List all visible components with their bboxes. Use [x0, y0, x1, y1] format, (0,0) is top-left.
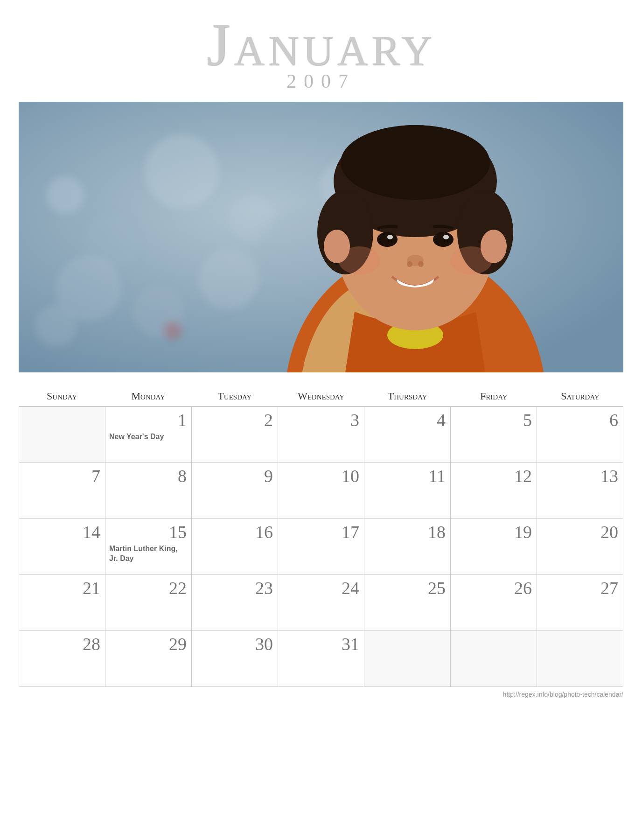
calendar-cell-jan28: 28 [19, 631, 105, 687]
calendar-cell-jan11: 11 [364, 463, 451, 519]
calendar-cell-jan21: 21 [19, 575, 105, 631]
day-header-thursday: Thursday [364, 386, 451, 406]
calendar-cell-jan2: 2 [192, 407, 278, 463]
page-title: January 2007 [207, 14, 436, 102]
footer-url: http://regex.info/blog/photo-tech/calend… [19, 691, 623, 698]
calendar-cell-jan7: 7 [19, 463, 105, 519]
calendar-cell-jan22: 22 [105, 575, 192, 631]
calendar-section: Sunday Monday Tuesday Wednesday Thursday… [19, 386, 623, 687]
svg-point-8 [35, 305, 77, 347]
calendar-cell-jan6: 6 [537, 407, 623, 463]
calendar-cell-jan20: 20 [537, 519, 623, 575]
calendar-cell-empty [19, 407, 105, 463]
calendar-cell-jan4: 4 [364, 407, 451, 463]
svg-point-12 [163, 321, 182, 340]
calendar-cell-jan9: 9 [192, 463, 278, 519]
svg-point-31 [324, 230, 350, 263]
month-heading: January [207, 14, 436, 75]
calendar-cell-jan15: 15 Martin Luther King, Jr. Day [105, 519, 192, 575]
calendar-cell-jan3: 3 [278, 407, 364, 463]
svg-point-22 [377, 232, 398, 247]
svg-point-21 [341, 125, 490, 200]
photo-container [19, 102, 623, 372]
calendar-cell-jan31: 31 [278, 631, 364, 687]
calendar-cell-empty-2 [364, 631, 451, 687]
calendar-cell-jan13: 13 [537, 463, 623, 519]
calendar-cell-jan27: 27 [537, 575, 623, 631]
calendar-cell-jan16: 16 [192, 519, 278, 575]
svg-point-28 [418, 261, 424, 267]
svg-point-23 [433, 232, 454, 247]
day-header-friday: Friday [451, 386, 537, 406]
svg-point-32 [481, 230, 507, 263]
calendar-cell-jan12: 12 [451, 463, 537, 519]
svg-point-7 [198, 249, 259, 309]
svg-point-25 [443, 235, 449, 239]
calendar-cell-jan19: 19 [451, 519, 537, 575]
calendar-cell-jan1: 1 New Year's Day [105, 407, 192, 463]
calendar-grid: 1 New Year's Day 2 3 4 5 6 7 8 9 10 [19, 406, 623, 687]
day-header-tuesday: Tuesday [191, 386, 278, 406]
holiday-new-years-day: New Year's Day [109, 432, 187, 442]
calendar-cell-jan30: 30 [192, 631, 278, 687]
calendar-cell-empty-4 [537, 631, 623, 687]
calendar-cell-jan23: 23 [192, 575, 278, 631]
calendar-cell-jan10: 10 [278, 463, 364, 519]
svg-point-1 [47, 176, 84, 214]
calendar-cell-jan17: 17 [278, 519, 364, 575]
day-header-sunday: Sunday [19, 386, 105, 406]
day-headers: Sunday Monday Tuesday Wednesday Thursday… [19, 386, 623, 406]
day-header-monday: Monday [105, 386, 191, 406]
calendar-cell-jan5: 5 [451, 407, 537, 463]
svg-point-27 [407, 261, 412, 267]
calendar-cell-jan24: 24 [278, 575, 364, 631]
calendar-cell-jan14: 14 [19, 519, 105, 575]
calendar-cell-jan26: 26 [451, 575, 537, 631]
calendar-cell-jan8: 8 [105, 463, 192, 519]
day-header-saturday: Saturday [537, 386, 623, 406]
svg-point-3 [145, 134, 219, 209]
svg-point-24 [387, 235, 393, 239]
calendar-cell-jan25: 25 [364, 575, 451, 631]
calendar-cell-empty-3 [451, 631, 537, 687]
day-header-wednesday: Wednesday [278, 386, 364, 406]
holiday-mlk-day: Martin Luther King, Jr. Day [109, 544, 187, 564]
calendar-cell-jan18: 18 [364, 519, 451, 575]
calendar-cell-jan29: 29 [105, 631, 192, 687]
